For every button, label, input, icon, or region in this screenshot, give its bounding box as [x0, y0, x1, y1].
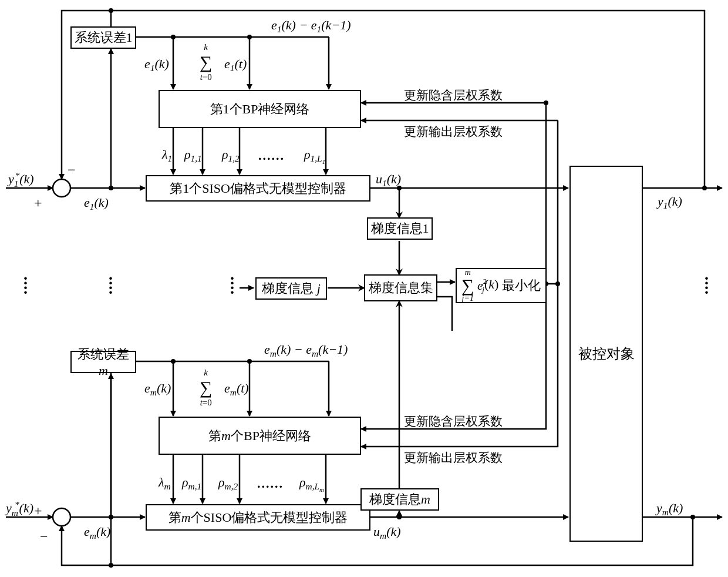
minimize-box: m∑j=1 e2j(k) 最小化 — [456, 268, 547, 303]
grad-info-j-box: 梯度信息 j — [255, 277, 327, 300]
vdots-right: ···· — [705, 276, 709, 295]
minus-1: − — [68, 162, 76, 178]
svg-point-15 — [702, 186, 707, 190]
sys-error-m-box: 系统误差m — [70, 351, 136, 373]
grad-info-1-box: 梯度信息1 — [367, 217, 433, 240]
svg-point-4 — [171, 35, 176, 39]
svg-point-0 — [109, 8, 113, 13]
rho11: ρ1,1 — [184, 147, 202, 164]
svg-point-10 — [53, 508, 70, 526]
bpm-in-e: em(k) — [144, 381, 171, 398]
bpm-in-sum: k ∑ t=0 — [200, 368, 212, 408]
bpm-label: 第m个BP神经网络 — [208, 427, 311, 445]
gradset-label: 梯度信息集 — [369, 279, 433, 297]
vdots-2: ···· — [109, 276, 113, 295]
grad-info-m-box: 梯度信息m — [360, 488, 439, 511]
controlled-object-box: 被控对象 — [569, 166, 643, 542]
svg-point-12 — [171, 359, 176, 364]
gradj-label: 梯度信息 j — [262, 280, 321, 297]
hdots1: ······ — [258, 151, 285, 166]
bpm-sum-body: em(t) — [224, 381, 249, 398]
bp1-in-sum: k ∑ t=0 — [200, 42, 212, 82]
svg-point-13 — [247, 359, 252, 364]
grad-info-set-box: 梯度信息集 — [364, 274, 437, 301]
siso-controller-1-box: 第1个SISO偏格式无模型控制器 — [146, 175, 370, 202]
e1-label: e1(k) — [84, 195, 109, 212]
rho12: ρ1,2 — [222, 147, 240, 164]
siso-controller-m-box: 第m个SISO偏格式无模型控制器 — [146, 504, 370, 531]
minus-m: − — [40, 529, 48, 545]
hdots2: ······ — [257, 479, 284, 494]
rhomL: ρm,Lm — [299, 475, 324, 493]
update-hidden-1: 更新隐含层权系数 — [404, 87, 503, 103]
controlled-object-label: 被控对象 — [578, 344, 635, 363]
bp-network-m-box: 第m个BP神经网络 — [159, 417, 361, 455]
bp1-sum-body: e1(t) — [224, 56, 247, 73]
bpm-diff: em(k) − em(k−1) — [264, 342, 348, 359]
vdots-left: ···· — [23, 276, 28, 295]
y1-ref-label: y1*(k) — [8, 170, 34, 189]
u1-label: u1(k) — [376, 172, 401, 189]
plus-m: + — [34, 503, 42, 519]
sys-error-1-box: 系统误差1 — [70, 26, 136, 49]
sisom-label: 第m个SISO偏格式无模型控制器 — [168, 509, 348, 526]
rhom1: ρm,1 — [182, 475, 201, 492]
vdots-3: ···· — [230, 276, 234, 295]
grad1-label: 梯度信息1 — [371, 220, 429, 237]
update-output-1: 更新输出层权系数 — [404, 123, 503, 140]
minimize-label: m∑j=1 e2j(k) 最小化 — [461, 269, 541, 303]
svg-point-5 — [247, 35, 252, 39]
update-output-m: 更新输出层权系数 — [404, 449, 503, 466]
sys-error-1-label: 系统误差1 — [75, 29, 133, 46]
siso1-label: 第1个SISO偏格式无模型控制器 — [170, 180, 346, 197]
lambda1: λ1 — [162, 147, 172, 164]
svg-point-9 — [555, 281, 560, 286]
plus-1: + — [34, 195, 42, 211]
ym-out-label: ym(k) — [656, 501, 683, 518]
bp1-in-e: e1(k) — [144, 56, 169, 73]
update-hidden-m: 更新隐含层权系数 — [404, 413, 503, 430]
sys-error-m-label: 系统误差m — [74, 345, 133, 378]
rhom2: ρm,2 — [218, 475, 238, 492]
em-label: em(k) — [84, 524, 110, 541]
svg-point-2 — [53, 179, 70, 197]
lambdam: λm — [159, 475, 171, 492]
um-label: um(k) — [373, 524, 401, 541]
svg-point-16 — [690, 515, 695, 519]
svg-point-7 — [544, 100, 548, 105]
bp1-diff: e1(k) − e1(k−1) — [271, 18, 350, 35]
gradm-label: 梯度信息m — [369, 491, 430, 508]
bp-network-1-box: 第1个BP神经网络 — [159, 90, 361, 128]
y1-out-label: y1(k) — [658, 194, 682, 211]
rho1L: ρ1,L1 — [304, 147, 325, 165]
bp1-label: 第1个BP神经网络 — [210, 100, 310, 118]
ym-ref-label: ym*(k) — [6, 499, 33, 518]
